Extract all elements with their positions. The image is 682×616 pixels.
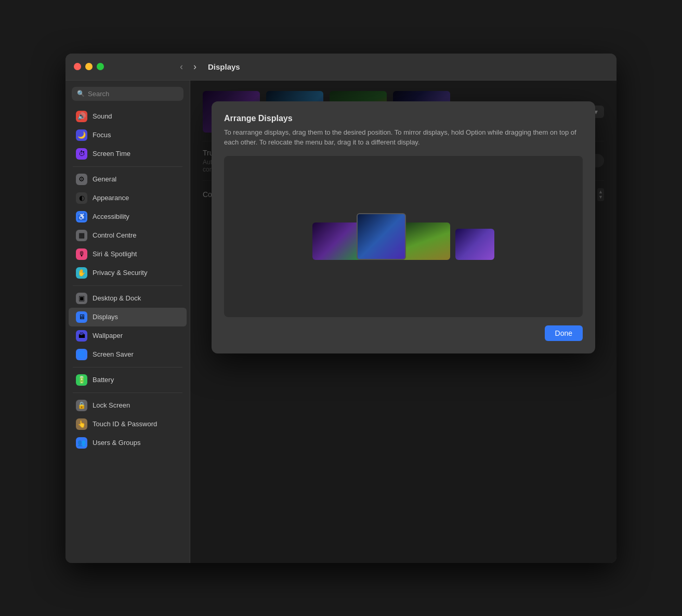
arrange-display-1[interactable]: [312, 222, 362, 260]
accessibility-icon: ♿: [76, 211, 87, 222]
sidebar-label-screen-saver: Screen Saver: [93, 350, 134, 358]
sidebar-label-accessibility: Accessibility: [93, 213, 129, 220]
titlebar: ‹ › Displays: [65, 54, 617, 81]
wallpaper-icon: 🏔: [76, 330, 87, 342]
sidebar-label-appearance: Appearance: [93, 194, 129, 202]
minimize-button[interactable]: [85, 63, 93, 70]
display-cards: [312, 213, 494, 260]
sidebar-label-lock-screen: Lock Screen: [93, 401, 130, 409]
divider-1: [73, 166, 182, 167]
sidebar-label-screen-time: Screen Time: [93, 150, 130, 158]
privacy-icon: ✋: [76, 267, 87, 279]
sidebar-item-lock-screen[interactable]: 🔒 Lock Screen: [69, 396, 187, 415]
users-groups-icon: 👥: [76, 437, 87, 449]
arrange-area: [224, 156, 583, 317]
search-label: Search: [88, 90, 109, 98]
sidebar-item-general[interactable]: ⚙ General: [69, 170, 187, 189]
sidebar-item-desktop[interactable]: ▣ Desktop & Dock: [69, 289, 187, 308]
sidebar-label-users-groups: Users & Groups: [93, 439, 140, 447]
search-icon: 🔍: [77, 90, 85, 97]
arrange-displays-modal: Arrange Displays To rearrange displays, …: [212, 101, 595, 353]
right-panel: + ▾ True Tone Automatically adapt displa…: [190, 81, 617, 563]
sidebar-label-privacy: Privacy & Security: [93, 269, 147, 277]
sidebar: 🔍 Search 🔊 Sound 🌙 Focus ⏱ Screen Time ⚙…: [65, 81, 190, 563]
divider-4: [73, 392, 182, 393]
sidebar-item-focus[interactable]: 🌙 Focus: [69, 126, 187, 145]
traffic-lights: [74, 63, 104, 70]
sidebar-item-sound[interactable]: 🔊 Sound: [69, 107, 187, 126]
sidebar-item-siri[interactable]: 🎙 Siri & Spotlight: [69, 245, 187, 264]
appearance-icon: ◐: [76, 192, 87, 204]
battery-icon: 🔋: [76, 374, 87, 386]
sidebar-item-appearance[interactable]: ◐ Appearance: [69, 189, 187, 207]
sidebar-label-touch-id: Touch ID & Password: [93, 420, 157, 428]
modal-footer: Done: [224, 325, 583, 341]
sidebar-label-general: General: [93, 175, 116, 183]
siri-icon: 🎙: [76, 248, 87, 260]
sidebar-item-wallpaper[interactable]: 🏔 Wallpaper: [69, 326, 187, 345]
main-content: 🔍 Search 🔊 Sound 🌙 Focus ⏱ Screen Time ⚙…: [65, 81, 617, 563]
close-button[interactable]: [74, 63, 81, 70]
arrange-display-2[interactable]: [357, 213, 406, 260]
modal-overlay: Arrange Displays To rearrange displays, …: [190, 81, 617, 563]
screen-saver-icon: 🌀: [76, 349, 87, 360]
sidebar-label-sound: Sound: [93, 112, 112, 120]
sidebar-label-siri: Siri & Spotlight: [93, 250, 137, 258]
maximize-button[interactable]: [97, 63, 104, 70]
divider-2: [73, 285, 182, 286]
arrange-display-4[interactable]: [455, 229, 494, 260]
sidebar-item-battery[interactable]: 🔋 Battery: [69, 371, 187, 389]
screen-time-icon: ⏱: [76, 148, 87, 160]
window-title: Displays: [208, 62, 240, 71]
sidebar-item-displays[interactable]: 🖥 Displays: [69, 308, 187, 326]
focus-icon: 🌙: [76, 129, 87, 141]
sidebar-item-screen-saver[interactable]: 🌀 Screen Saver: [69, 345, 187, 364]
touch-id-icon: 👆: [76, 418, 87, 430]
sidebar-label-displays: Displays: [93, 313, 118, 321]
sidebar-item-touch-id[interactable]: 👆 Touch ID & Password: [69, 415, 187, 434]
main-window: ‹ › Displays 🔍 Search 🔊 Sound 🌙 Focus ⏱ …: [65, 54, 617, 563]
control-centre-icon: ▦: [76, 230, 87, 241]
modal-description: To rearrange displays, drag them to the …: [224, 127, 583, 148]
sidebar-label-focus: Focus: [93, 131, 111, 139]
sidebar-item-screen-time[interactable]: ⏱ Screen Time: [69, 145, 187, 163]
sidebar-item-accessibility[interactable]: ♿ Accessibility: [69, 207, 187, 226]
general-icon: ⚙: [76, 174, 87, 185]
displays-icon: 🖥: [76, 311, 87, 323]
arrange-display-3[interactable]: [401, 222, 450, 260]
sidebar-item-control-centre[interactable]: ▦ Control Centre: [69, 226, 187, 245]
desktop-icon: ▣: [76, 293, 87, 304]
lock-screen-icon: 🔒: [76, 400, 87, 411]
modal-title: Arrange Displays: [224, 114, 583, 123]
sidebar-item-users-groups[interactable]: 👥 Users & Groups: [69, 434, 187, 452]
sidebar-label-desktop: Desktop & Dock: [93, 294, 141, 302]
forward-arrow[interactable]: ›: [190, 60, 200, 73]
search-bar[interactable]: 🔍 Search: [72, 87, 183, 101]
done-button[interactable]: Done: [545, 325, 583, 341]
divider-3: [73, 367, 182, 368]
titlebar-nav: ‹ › Displays: [177, 60, 240, 73]
sidebar-label-battery: Battery: [93, 376, 114, 384]
back-arrow[interactable]: ‹: [177, 60, 186, 73]
sidebar-item-privacy[interactable]: ✋ Privacy & Security: [69, 264, 187, 282]
sidebar-label-wallpaper: Wallpaper: [93, 332, 123, 339]
sidebar-label-control-centre: Control Centre: [93, 231, 137, 239]
sound-icon: 🔊: [76, 111, 87, 122]
